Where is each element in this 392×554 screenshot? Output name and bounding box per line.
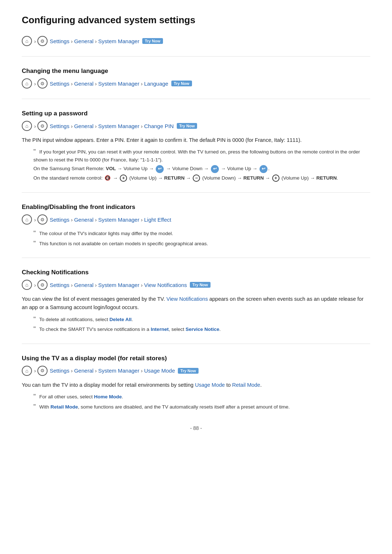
nav-sep: › [71, 282, 73, 288]
try-now-badge-pin[interactable]: Try Now [177, 123, 197, 129]
settings-gear-icon-6: ⚙ [37, 366, 48, 376]
notifications-note-1: " To delete all notifications, select De… [33, 316, 370, 324]
light-note-text-1: The colour of the TV's indicator lights … [39, 231, 173, 236]
nav-sep: › [34, 217, 36, 223]
settings-gear-icon-3: ⚙ [37, 121, 48, 131]
nav-sep: › [141, 81, 143, 87]
delete-all-link[interactable]: Delete All [110, 317, 132, 322]
nav-system-manager-6[interactable]: System Manager [98, 368, 139, 374]
vol-label: VOL [106, 166, 116, 171]
nav-sep: › [71, 38, 73, 44]
return-label-1: RETURN [164, 175, 184, 181]
nav-system-manager[interactable]: System Manager [98, 38, 139, 44]
quote-mark-icon-5: " [33, 325, 36, 333]
samsung-remote-circle-2: ↩ [211, 165, 219, 173]
home-icon: ⌂ [22, 36, 32, 46]
usage-note-1: " For all other uses, select Home Mode. [33, 393, 370, 401]
usage-note-text-2: With Retail Mode, some functions are dis… [39, 404, 290, 410]
nav-path-system-manager: ⌂ › ⚙ Settings › General › System Manage… [22, 36, 370, 46]
nav-settings-5[interactable]: Settings [50, 282, 69, 288]
nav-settings-2[interactable]: Settings [50, 81, 69, 87]
settings-gear-icon-5: ⚙ [37, 280, 48, 290]
try-now-badge-language[interactable]: Try Now [171, 81, 192, 86]
nav-general-4[interactable]: General [74, 217, 93, 223]
nav-settings[interactable]: Settings [50, 38, 69, 44]
divider [22, 258, 370, 258]
pin-note-text: If you forget your PIN, you can reset it… [33, 149, 370, 182]
try-now-badge-notifications[interactable]: Try Now [190, 282, 211, 288]
notifications-note-text-2: To check the SMART TV's service notifica… [39, 327, 221, 332]
notifications-note-2: " To check the SMART TV's service notifi… [33, 325, 370, 333]
notifications-body-text: You can view the list of event messages … [22, 295, 370, 312]
quote-mark-icon-4: " [33, 316, 36, 324]
nav-sep: › [95, 123, 97, 129]
section-title-password: Setting up a password [22, 110, 370, 117]
settings-gear-icon: ⚙ [37, 36, 48, 46]
nav-settings-4[interactable]: Settings [50, 217, 69, 223]
nav-general-6[interactable]: General [74, 368, 93, 374]
quote-mark-icon-2: " [33, 230, 36, 238]
divider [22, 56, 370, 57]
nav-view-notifications[interactable]: View Notifications [144, 282, 187, 288]
nav-sep: › [141, 123, 143, 129]
home-mode-link[interactable]: Home Mode [94, 394, 122, 399]
nav-settings-6[interactable]: Settings [50, 368, 69, 374]
nav-general-2[interactable]: General [74, 81, 93, 87]
try-now-badge[interactable]: Try Now [142, 38, 163, 44]
internet-link[interactable]: Internet [151, 327, 169, 332]
nav-sep: › [34, 368, 36, 374]
standard-remote-line: On the standard remote control: 🔇 → + (V… [33, 174, 370, 182]
nav-usage-mode[interactable]: Usage Mode [144, 368, 175, 374]
nav-general[interactable]: General [74, 38, 93, 44]
quote-mark-icon-3: " [33, 240, 36, 248]
nav-sep: › [34, 123, 36, 129]
nav-system-manager-3[interactable]: System Manager [98, 123, 139, 129]
settings-gear-icon-4: ⚙ [37, 214, 48, 225]
service-notice-link[interactable]: Service Notice [185, 327, 219, 332]
home-icon-6: ⌂ [22, 366, 32, 376]
nav-sep: › [141, 217, 143, 223]
nav-path-language: ⌂ › ⚙ Settings › General › System Manage… [22, 78, 370, 89]
retail-mode-link[interactable]: Retail Mode [232, 382, 260, 388]
nav-sep: › [95, 81, 97, 87]
nav-general-3[interactable]: General [74, 123, 93, 129]
nav-sep: › [95, 282, 97, 288]
pin-body-text: The PIN input window appears. Enter a PI… [22, 136, 370, 144]
nav-settings-3[interactable]: Settings [50, 123, 69, 129]
section-title-indicators: Enabling/Disabling the front indicators [22, 204, 370, 211]
nav-general-5[interactable]: General [74, 282, 93, 288]
nav-change-pin[interactable]: Change PIN [144, 123, 174, 129]
usage-mode-link[interactable]: Usage Mode [195, 382, 225, 388]
nav-sep: › [95, 38, 97, 44]
nav-system-manager-2[interactable]: System Manager [98, 81, 139, 87]
nav-sep: › [71, 81, 73, 87]
retail-mode-link-2[interactable]: Retail Mode [50, 404, 78, 410]
section-title-notifications: Checking Notifications [22, 269, 370, 276]
usage-note-text-1: For all other uses, select Home Mode. [39, 394, 123, 399]
nav-path-usage-mode: ⌂ › ⚙ Settings › General › System Manage… [22, 366, 370, 376]
nav-sep: › [141, 368, 143, 374]
nav-sep: › [71, 217, 73, 223]
nav-path-change-pin: ⌂ › ⚙ Settings › General › System Manage… [22, 121, 370, 131]
plus-badge: + [120, 175, 127, 182]
nav-system-manager-5[interactable]: System Manager [98, 282, 139, 288]
home-icon-4: ⌂ [22, 214, 32, 225]
nav-sep: › [95, 368, 97, 374]
nav-light-effect[interactable]: Light Effect [144, 217, 171, 223]
samsung-remote-circle-1: ↩ [156, 165, 164, 173]
minus-badge: − [193, 175, 200, 182]
nav-language[interactable]: Language [144, 81, 168, 87]
return-label-3: RETURN [317, 175, 337, 181]
try-now-badge-usage[interactable]: Try Now [178, 368, 199, 374]
settings-gear-icon-2: ⚙ [37, 78, 48, 89]
samsung-remote-circle-3: ↩ [260, 165, 268, 173]
nav-system-manager-4[interactable]: System Manager [98, 217, 139, 223]
nav-sep: › [71, 123, 73, 129]
light-note-text-2: This function is not available on certai… [39, 241, 208, 246]
usage-note-2: " With Retail Mode, some functions are d… [33, 403, 370, 411]
view-notifications-link[interactable]: View Notifications [166, 296, 208, 302]
section-title-usage-mode: Using the TV as a display model (for ret… [22, 355, 370, 362]
samsung-remote-line: On the Samsung Smart Remote: VOL → Volum… [33, 165, 370, 173]
quote-mark-icon: " [33, 148, 36, 156]
nav-path-view-notifications: ⌂ › ⚙ Settings › General › System Manage… [22, 280, 370, 290]
